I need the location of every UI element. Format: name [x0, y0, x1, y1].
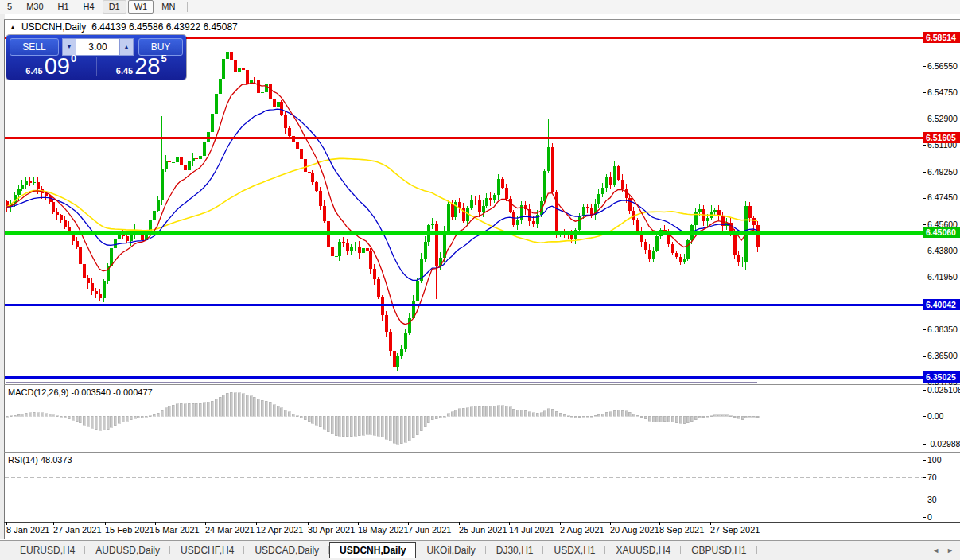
- rsi-scale-label: 30: [927, 495, 937, 504]
- date-label: 20 Aug 2021: [610, 525, 659, 535]
- tab-usdcad-daily[interactable]: USDCAD,Daily: [244, 542, 329, 558]
- triangle-up-icon: ▲: [124, 44, 130, 49]
- price-tick-label: 6.49250: [927, 167, 958, 177]
- ma-medium-line: [6, 109, 757, 280]
- tab-gbpusd-h1[interactable]: GBPUSD,H1: [681, 542, 756, 558]
- one-click-trading-panel: SELL ▼ ▲ BUY 6.45090 6.45285: [6, 35, 186, 80]
- chart-ohlc-values: 6.44139 6.45586 6.43922 6.45087: [91, 21, 238, 33]
- buy-price-small: 6.45: [116, 65, 133, 76]
- date-label: 15 Feb 2021: [105, 525, 154, 535]
- price-tick-label: 6.54750: [927, 88, 958, 97]
- timeframe-toolbar: 5M30H1H4D1W1MN: [0, 0, 960, 14]
- sell-price-big: 09: [45, 56, 70, 76]
- rsi-scale-label: 100: [927, 455, 942, 465]
- sell-price-sup: 0: [71, 49, 76, 69]
- price-tick-label: 6.36500: [927, 351, 958, 360]
- date-label: 8 Sep 2021: [659, 525, 704, 535]
- timeframe-button-w1[interactable]: W1: [128, 0, 154, 14]
- tab-audusd-daily[interactable]: AUDUSD,Daily: [85, 542, 170, 558]
- buy-price-big: 28: [134, 56, 160, 76]
- tab-dj30-h1[interactable]: DJ30,H1: [486, 542, 544, 558]
- date-label: 14 Jul 2021: [509, 525, 554, 535]
- timeframe-button-m30[interactable]: M30: [20, 0, 49, 14]
- rsi-indicator-label: RSI(14) 48.0373: [8, 455, 72, 465]
- chart-symbol-title: USDCNH,Daily: [21, 21, 86, 33]
- tab-xauusd-h4[interactable]: XAUUSD,H4: [605, 542, 681, 558]
- tab-usdcnh-daily[interactable]: USDCNH,Daily: [329, 542, 416, 558]
- scroll-left-icon[interactable]: ◄: [932, 546, 939, 554]
- collapse-icon[interactable]: ▲: [10, 24, 16, 31]
- timeframe-button-d1[interactable]: D1: [103, 0, 126, 14]
- toolbar-separator: [187, 2, 188, 12]
- date-label: 25 Jun 2021: [459, 525, 507, 535]
- date-label: 27 Sep 2021: [710, 525, 760, 535]
- rsi-bands: [5, 478, 923, 500]
- price-badge-label: 6.40042: [926, 300, 956, 309]
- price-badge-label: 6.35025: [926, 372, 956, 382]
- price-tick-label: 6.47450: [927, 192, 958, 202]
- macd-scale-label: -0.02988: [927, 439, 960, 449]
- sell-price-small: 6.45: [25, 65, 42, 76]
- volume-input[interactable]: [76, 38, 119, 56]
- macd-indicator-label: MACD(12,26,9) -0.003540 -0.000477: [8, 387, 153, 397]
- tab-usdx-h1[interactable]: USDX,H1: [543, 542, 605, 558]
- ma-fast-line: [6, 83, 757, 325]
- price-tick-label: 6.52900: [927, 114, 958, 123]
- tab-ukoil-daily[interactable]: UKOil,Daily: [416, 542, 485, 558]
- chart-canvas[interactable]: 0.0251080.00-0.02988100703006.565506.547…: [0, 0, 960, 560]
- chart-tabs-bar: EURUSD,H4AUDUSD,DailyUSDCHF,H4USDCAD,Dai…: [0, 540, 960, 560]
- timeframe-button-mn[interactable]: MN: [155, 0, 181, 14]
- sell-price-display[interactable]: 6.45090: [6, 56, 96, 78]
- candles-layer: [6, 38, 760, 372]
- tab-usdchf-h4[interactable]: USDCHF,H4: [170, 542, 244, 558]
- buy-price-display[interactable]: 6.45285: [97, 56, 187, 78]
- price-badge-label: 6.45060: [926, 228, 956, 237]
- price-tick-label: 6.38350: [927, 325, 958, 334]
- mt4-terminal-window: 5M30H1H4D1W1MN ▲ USDCNH,Daily 6.44139 6.…: [0, 0, 960, 560]
- rsi-scale-label: 0: [927, 512, 932, 522]
- date-axis: 8 Jan 202127 Jan 202115 Feb 20215 Mar 20…: [6, 522, 760, 535]
- date-label: 8 Jan 2021: [6, 525, 49, 535]
- volume-increase-button[interactable]: ▲: [119, 38, 134, 56]
- date-label: 27 Jan 2021: [53, 525, 102, 535]
- timeframe-button-h1[interactable]: H1: [52, 0, 76, 14]
- chart-title: ▲ USDCNH,Daily 6.44139 6.45586 6.43922 6…: [10, 21, 238, 33]
- chart-frame: [0, 14, 960, 539]
- date-label: 5 Mar 2021: [155, 525, 200, 535]
- price-tick-label: 6.43800: [927, 246, 958, 255]
- price-axis: 6.565506.547506.529006.511006.492506.474…: [923, 32, 960, 387]
- scroll-right-icon[interactable]: ►: [946, 546, 954, 554]
- macd-scale-label: 0.00: [927, 411, 944, 421]
- price-tick-label: 6.56550: [927, 61, 958, 71]
- buy-price-sup: 5: [161, 49, 166, 69]
- tab-eurusd-h4[interactable]: EURUSD,H4: [10, 542, 85, 558]
- price-tick-label: 6.41950: [927, 272, 958, 282]
- date-label: 24 Mar 2021: [205, 525, 255, 535]
- rsi-scale-label: 70: [927, 472, 937, 482]
- tab-scroll-arrows: ◄ ►: [932, 541, 954, 560]
- price-badge-label: 6.51605: [926, 133, 956, 142]
- timeframe-button-h4[interactable]: H4: [77, 0, 101, 14]
- date-label: 7 Jun 2021: [408, 525, 451, 535]
- date-label: 2 Aug 2021: [560, 525, 604, 535]
- date-label: 30 Apr 2021: [308, 525, 355, 535]
- price-badge-label: 6.58514: [926, 33, 956, 42]
- moving-averages-layer: [6, 83, 757, 325]
- timeframe-button-5[interactable]: 5: [1, 0, 18, 14]
- date-label: 12 Apr 2021: [256, 525, 303, 535]
- date-label: 19 May 2021: [358, 525, 409, 535]
